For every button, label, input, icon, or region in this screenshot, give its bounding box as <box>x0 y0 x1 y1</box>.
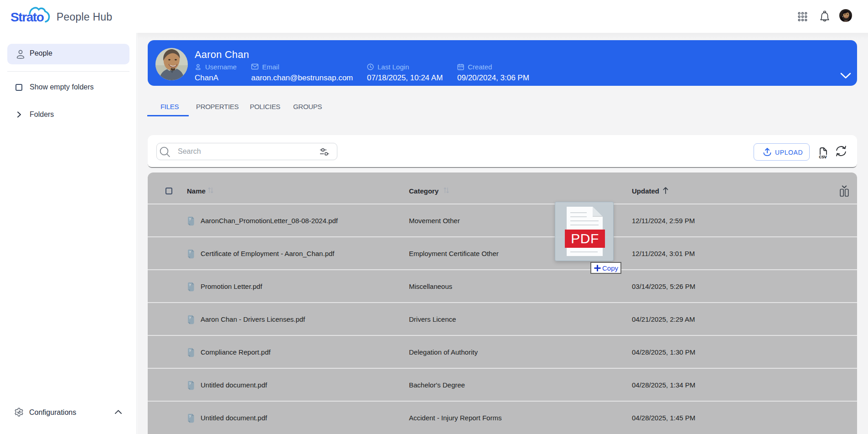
svg-text:?: ? <box>189 283 191 287</box>
svg-text:?: ? <box>189 414 191 418</box>
svg-text:?: ? <box>189 316 191 320</box>
svg-text:Strato: Strato <box>10 10 44 24</box>
svg-text:?: ? <box>189 382 191 386</box>
svg-text:csv: csv <box>819 154 827 159</box>
svg-text:?: ? <box>189 250 191 254</box>
svg-text:?: ? <box>189 217 191 221</box>
svg-text:?: ? <box>189 349 191 353</box>
